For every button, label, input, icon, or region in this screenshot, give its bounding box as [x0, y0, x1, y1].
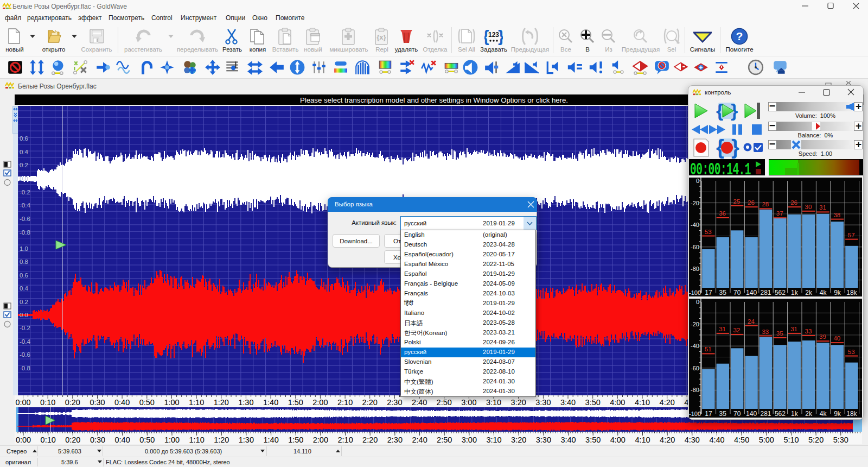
svg-text:3:40: 3:40 [560, 436, 576, 444]
svg-text:4:10: 4:10 [635, 436, 650, 444]
svg-text:140: 140 [746, 289, 757, 296]
svg-text:0: 0 [696, 178, 699, 184]
svg-text:-40: -40 [691, 222, 699, 228]
svg-text:140: 140 [746, 410, 757, 418]
svg-text:1:50: 1:50 [288, 436, 303, 444]
svg-text:1:00: 1:00 [164, 436, 180, 444]
svg-text:4:00: 4:00 [610, 398, 625, 407]
svg-text:31: 31 [719, 326, 726, 332]
svg-text:2k: 2k [805, 410, 813, 418]
svg-text:?: ? [736, 30, 743, 42]
svg-text:1:20: 1:20 [214, 398, 229, 407]
svg-text:0:50: 0:50 [139, 398, 155, 407]
svg-text:-60: -60 [691, 365, 699, 371]
svg-text:30: 30 [805, 204, 812, 210]
svg-text:1k: 1k [791, 289, 799, 296]
svg-text:2:10: 2:10 [337, 436, 353, 444]
svg-text:36: 36 [719, 210, 726, 217]
svg-text:-80: -80 [691, 266, 699, 272]
svg-text:2:00: 2:00 [312, 398, 328, 407]
svg-text:5:10: 5:10 [783, 436, 799, 444]
svg-text:0.6: 0.6 [20, 135, 28, 142]
svg-text:0.4: 0.4 [20, 149, 29, 155]
svg-text:2:20: 2:20 [362, 398, 378, 407]
svg-text:2k: 2k [805, 289, 813, 296]
svg-text:0:20: 0:20 [65, 398, 80, 407]
svg-text:70: 70 [733, 410, 741, 418]
svg-text:28: 28 [762, 201, 769, 207]
svg-text:40: 40 [833, 335, 840, 342]
svg-text:4:20: 4:20 [660, 436, 675, 444]
svg-text:57: 57 [848, 232, 855, 238]
svg-text:3:20: 3:20 [511, 398, 526, 407]
svg-text:0.2: 0.2 [20, 162, 28, 168]
svg-text:-0.8: -0.8 [20, 229, 30, 236]
svg-text:53: 53 [705, 229, 712, 235]
svg-text:37: 37 [776, 210, 783, 217]
svg-text:5:30: 5:30 [833, 436, 848, 444]
svg-text:0:30: 0:30 [90, 436, 105, 444]
svg-text:0.0: 0.0 [20, 312, 28, 318]
svg-text:3:00: 3:00 [461, 398, 476, 407]
svg-text:2:20: 2:20 [362, 436, 378, 444]
svg-text:25: 25 [733, 198, 741, 205]
svg-text:1:40: 1:40 [263, 398, 278, 407]
svg-text:18k: 18k [846, 289, 857, 296]
svg-text:38: 38 [833, 212, 840, 218]
svg-text:24: 24 [748, 318, 755, 325]
svg-text:-40: -40 [691, 343, 699, 349]
svg-text:0.0: 0.0 [20, 175, 28, 182]
svg-text:3:50: 3:50 [585, 398, 601, 407]
svg-text:0.8: 0.8 [20, 258, 28, 265]
svg-text:4:30: 4:30 [685, 436, 700, 444]
svg-text:0:00: 0:00 [16, 436, 31, 444]
svg-text:-60: -60 [691, 244, 699, 250]
svg-text:1:10: 1:10 [189, 436, 204, 444]
svg-text:2:10: 2:10 [337, 398, 353, 407]
svg-text:4k: 4k [820, 289, 827, 296]
svg-text:1:00: 1:00 [164, 398, 179, 407]
svg-text:562: 562 [775, 410, 786, 418]
svg-text:26: 26 [748, 199, 755, 206]
svg-text:2:30: 2:30 [387, 398, 402, 407]
svg-text:-0.2: -0.2 [20, 189, 30, 195]
svg-text:0.2: 0.2 [20, 299, 28, 305]
svg-text:-100: -100 [689, 411, 701, 417]
svg-text:53: 53 [848, 349, 855, 355]
svg-text:0:10: 0:10 [41, 436, 56, 444]
svg-text:-20: -20 [691, 200, 699, 206]
svg-text:-100: -100 [689, 289, 701, 296]
svg-text:-0.4: -0.4 [20, 338, 30, 345]
svg-text:-0.6: -0.6 [20, 351, 30, 358]
svg-text:35: 35 [719, 410, 727, 418]
svg-text:0:10: 0:10 [40, 398, 55, 407]
svg-text:1:30: 1:30 [238, 398, 253, 407]
svg-text:4:40: 4:40 [709, 436, 724, 444]
svg-text:0:40: 0:40 [114, 436, 130, 444]
svg-text:4:50: 4:50 [734, 436, 749, 444]
svg-text:35: 35 [719, 289, 727, 296]
svg-text:33: 33 [762, 329, 769, 335]
svg-text:2:30: 2:30 [387, 436, 403, 444]
svg-text:-80: -80 [691, 387, 699, 393]
svg-text:1:20: 1:20 [214, 436, 229, 444]
svg-text:4k: 4k [820, 410, 827, 418]
svg-text:0: 0 [696, 299, 699, 305]
svg-text:1:50: 1:50 [288, 398, 303, 407]
svg-text:5:20: 5:20 [808, 436, 824, 444]
svg-text:33: 33 [805, 328, 812, 335]
svg-text:1:30: 1:30 [239, 436, 254, 444]
svg-text:562: 562 [775, 289, 786, 296]
svg-text:0:50: 0:50 [139, 436, 155, 444]
svg-text:{: { [716, 100, 723, 121]
svg-text:3:00: 3:00 [462, 436, 477, 444]
svg-text:9k: 9k [834, 410, 841, 418]
svg-text:17: 17 [705, 289, 712, 296]
svg-text:0.4: 0.4 [20, 285, 29, 292]
svg-text:1:40: 1:40 [263, 436, 278, 444]
svg-text:3:10: 3:10 [486, 398, 501, 407]
svg-text:5:00: 5:00 [759, 436, 774, 444]
svg-text:0:40: 0:40 [114, 398, 130, 407]
svg-text:3:30: 3:30 [536, 436, 551, 444]
svg-text:3:40: 3:40 [560, 398, 576, 407]
